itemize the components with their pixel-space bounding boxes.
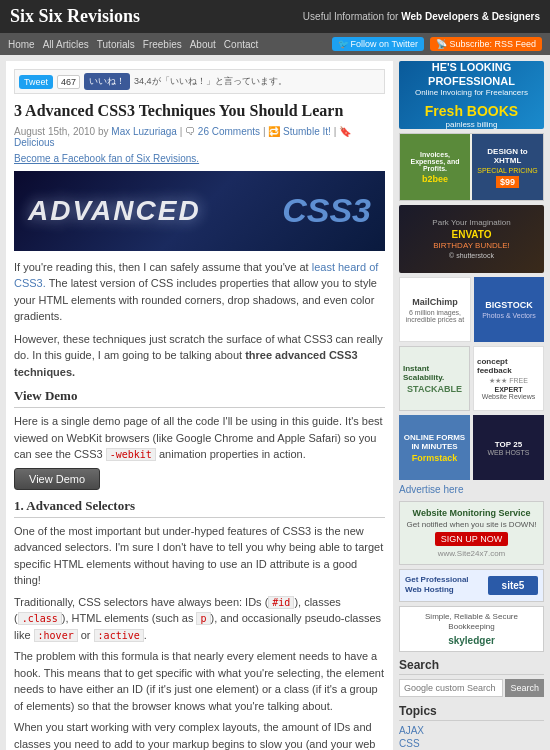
ad-row-mailchimp-bigstock: MailChimp 6 million images, incredible p… (399, 277, 544, 342)
hero-image: ADVANCED CSS3 (14, 171, 385, 251)
site-title-wrap: Six Six Revisions (10, 6, 140, 27)
nav-home[interactable]: Home (8, 39, 35, 50)
main-nav: Home All Articles Tutorials Freebies Abo… (0, 33, 550, 55)
topics-title: Topics (399, 704, 544, 721)
nav-contact[interactable]: Contact (224, 39, 258, 50)
comments-link[interactable]: 26 Comments (198, 126, 260, 137)
id-code: #id (268, 596, 294, 609)
twitter-follow-btn[interactable]: 🐦 Follow on Twitter (332, 37, 424, 51)
search-input[interactable] (399, 679, 503, 697)
site-title: Six Six Revisions (10, 6, 140, 26)
nav-all-articles[interactable]: All Articles (43, 39, 89, 50)
ad-mailchimp[interactable]: MailChimp 6 million images, incredible p… (399, 277, 471, 342)
sidebar: HE'S LOOKING PROFESSIONAL Online Invoici… (399, 61, 544, 750)
article-title: 3 Advanced CSS3 Techniques You Should Le… (14, 101, 385, 122)
tweet-button[interactable]: Tweet (19, 75, 53, 89)
active-code: :active (94, 629, 144, 642)
tweet-count: 467 (57, 75, 80, 89)
ad-row-formstack-top25: ONLINE FORMS IN MINUTES Formstack TOP 25… (399, 415, 544, 480)
topic-css[interactable]: CSS (399, 738, 544, 749)
hero-advanced-text: ADVANCED (28, 195, 201, 227)
ad-envato[interactable]: Park Your Imagination ENVATO BIRTHDAY BU… (399, 205, 544, 273)
stumble-link[interactable]: Stumble It! (283, 126, 331, 137)
ad-top25[interactable]: TOP 25 WEB HOSTS (473, 415, 544, 480)
ad-formstack[interactable]: ONLINE FORMS IN MINUTES Formstack (399, 415, 470, 480)
view-demo-button[interactable]: View Demo (14, 468, 100, 490)
author-link[interactable]: Max Luzuriaga (111, 126, 177, 137)
twitter-icon: 🐦 (338, 39, 349, 49)
view-demo-heading: View Demo (14, 388, 385, 408)
section1-p4: When you start working with very complex… (14, 719, 385, 750)
search-section: Search Search (399, 658, 544, 697)
section1-p3: The problem with this formula is that ne… (14, 648, 385, 714)
webkit-code: -webkit (106, 448, 156, 461)
ad-stackable[interactable]: Instant Scalability. STACKABLE (399, 346, 470, 411)
nav-tutorials[interactable]: Tutorials (97, 39, 135, 50)
search-title: Search (399, 658, 544, 675)
rss-btn[interactable]: 📡 Subscribe: RSS Feed (430, 37, 542, 51)
ad-row-stackable-concept: Instant Scalability. STACKABLE concept f… (399, 346, 544, 411)
nav-freebies[interactable]: Freebies (143, 39, 182, 50)
site-header: Six Six Revisions Useful Information for… (0, 0, 550, 33)
article-meta: August 15th, 2010 by Max Luzuriaga | 🗨 2… (14, 126, 385, 148)
nav-about[interactable]: About (190, 39, 216, 50)
section1-p1: One of the most important but under-hype… (14, 523, 385, 589)
like-button[interactable]: いいね！ (84, 73, 130, 90)
topics-section: Topics AJAX CSS (399, 704, 544, 749)
demo-button-wrap: View Demo (14, 468, 385, 490)
topics-list: AJAX CSS (399, 725, 544, 749)
main-content: Tweet 467 いいね！ 34,4が「いいね！」と言っています。 3 Adv… (6, 61, 393, 750)
delicious-link[interactable]: Delicious (14, 137, 55, 148)
body-paragraph-1: If you're reading this, then I can safel… (14, 259, 385, 325)
view-demo-desc: Here is a single demo page of all the co… (14, 413, 385, 463)
rss-icon: 📡 (436, 39, 447, 49)
ad-hosting[interactable]: Get Professional Web Hosting site5 (399, 569, 544, 602)
class-code: .class (18, 612, 62, 625)
ad-monitoring[interactable]: Website Monitoring Service Get notified … (399, 501, 544, 565)
social-bar: Tweet 467 いいね！ 34,4が「いいね！」と言っています。 (14, 69, 385, 94)
body-paragraph-2: However, these techniques just scratch t… (14, 331, 385, 381)
hero-css3-text: CSS3 (282, 191, 371, 230)
advertise-link[interactable]: Advertise here (399, 484, 544, 495)
ad-bigstock[interactable]: BIGSTOCK Photos & Vectors (474, 277, 544, 342)
header-tagline: Useful Information for Web Developers & … (303, 11, 540, 22)
like-count: 34,4が「いいね！」と言っています。 (134, 75, 287, 88)
section1-heading: 1. Advanced Selectors (14, 498, 385, 518)
site-title-revisions: Six Revisions (39, 6, 141, 26)
search-button[interactable]: Search (505, 679, 544, 697)
p-code: p (196, 612, 210, 625)
facebook-promo-link[interactable]: Become a Facebook fan of Six Revisions. (14, 153, 385, 164)
ad-skyledger[interactable]: Simple, Reliable & Secure Bookkeeping sk… (399, 606, 544, 652)
topic-ajax[interactable]: AJAX (399, 725, 544, 736)
section1-p2: Traditionally, CSS selectors have always… (14, 594, 385, 644)
hover-code: :hover (34, 629, 78, 642)
ad-design[interactable]: Invoices, Expenses, and Profits. b2bee D… (399, 133, 544, 201)
ad-concept[interactable]: concept feedback ★★★ FREE EXPERT Website… (473, 346, 544, 411)
ad-freshbooks[interactable]: HE'S LOOKING PROFESSIONAL Online Invoici… (399, 61, 544, 129)
